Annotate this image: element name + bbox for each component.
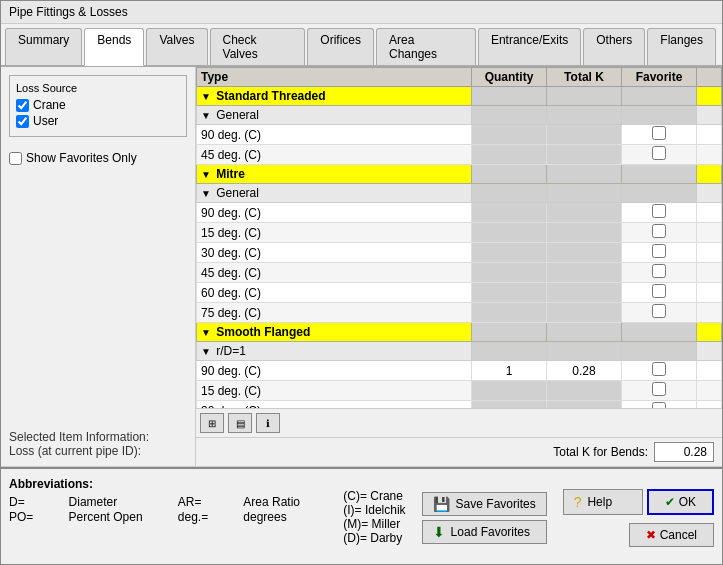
tab-entrance-exits[interactable]: Entrance/Exits: [478, 28, 581, 65]
abbrev-po-long: Percent Open: [69, 510, 170, 524]
category-label: Mitre: [216, 167, 245, 181]
abbrev-d-long: Diameter: [69, 495, 170, 509]
table-row: 30 deg. (C): [197, 243, 722, 263]
user-checkbox[interactable]: [16, 115, 29, 128]
help-icon: ?: [574, 494, 582, 510]
abbrev-po-short: PO=: [9, 510, 61, 524]
category-label: Smooth Flanged: [216, 325, 310, 339]
abbrev-ar-short: AR=: [178, 495, 236, 509]
expand-icon: ▼: [201, 188, 211, 199]
table-icon: ▤: [236, 418, 245, 429]
x-icon: ✖: [646, 528, 656, 542]
expand-icon: ▼: [201, 346, 211, 357]
total-k-value: 0.28: [654, 442, 714, 462]
tab-summary[interactable]: Summary: [5, 28, 82, 65]
main-content: Loss Source Crane User Show Favorites On…: [1, 67, 722, 467]
fav-checkbox[interactable]: [652, 244, 666, 258]
selected-info: Selected Item Information: Loss (at curr…: [9, 430, 187, 458]
subcategory-general-1[interactable]: ▼ General: [197, 106, 722, 125]
save-icon: 💾: [433, 496, 450, 512]
col-header-extra: [697, 68, 722, 87]
grid-icon: ⊞: [208, 418, 216, 429]
favorites-buttons-section: 💾 Save Favorites ⬇ Load Favorites: [414, 469, 555, 565]
tab-orifices[interactable]: Orifices: [307, 28, 374, 65]
save-favorites-button[interactable]: 💾 Save Favorites: [422, 492, 547, 516]
fav-checkbox[interactable]: [652, 146, 666, 160]
tab-check-valves[interactable]: Check Valves: [210, 28, 306, 65]
table-view-button[interactable]: ▤: [228, 413, 252, 433]
abbreviations-section: Abbreviations: D= Diameter AR= Area Rati…: [1, 469, 335, 565]
table-row: 75 deg. (C): [197, 303, 722, 323]
expand-icon: ▼: [201, 327, 211, 338]
code-darby: (D)= Darby: [343, 531, 405, 545]
table-row: 90 deg. (C): [197, 203, 722, 223]
left-panel: Loss Source Crane User Show Favorites On…: [1, 67, 196, 466]
fav-checkbox[interactable]: [652, 126, 666, 140]
abbrev-d-short: D=: [9, 495, 61, 509]
fav-checkbox[interactable]: [652, 264, 666, 278]
tab-bar: Summary Bends Valves Check Valves Orific…: [1, 24, 722, 67]
loss-source-group: Loss Source Crane User: [9, 75, 187, 137]
show-favorites-checkbox[interactable]: [9, 152, 22, 165]
table-container[interactable]: Type Quantity Total K Favorite ▼ Standar…: [196, 67, 722, 408]
col-header-totk: Total K: [547, 68, 622, 87]
fav-checkbox[interactable]: [652, 224, 666, 238]
subcategory-rd1[interactable]: ▼ r/D=1: [197, 342, 722, 361]
ok-cancel-section: ? Help ✔ OK ✖ Cancel: [555, 469, 722, 565]
info-button[interactable]: ℹ: [256, 413, 280, 433]
crane-label: Crane: [33, 98, 66, 112]
tab-valves[interactable]: Valves: [146, 28, 207, 65]
tab-flanges[interactable]: Flanges: [647, 28, 716, 65]
ok-button[interactable]: ✔ OK: [647, 489, 714, 515]
code-idelchik: (I)= Idelchik: [343, 503, 405, 517]
category-label: Standard Threaded: [216, 89, 325, 103]
code-miller: (M)= Miller: [343, 517, 405, 531]
tab-bends[interactable]: Bends: [84, 28, 144, 66]
right-panel: Type Quantity Total K Favorite ▼ Standar…: [196, 67, 722, 466]
loss-source-title: Loss Source: [16, 82, 180, 94]
fav-checkbox[interactable]: [652, 304, 666, 318]
col-header-qty: Quantity: [472, 68, 547, 87]
crane-checkbox[interactable]: [16, 99, 29, 112]
code-crane: (C)= Crane: [343, 489, 405, 503]
table-row: 30 deg. (C): [197, 401, 722, 409]
col-header-type: Type: [197, 68, 472, 87]
info-icon: ℹ: [266, 418, 270, 429]
abbrev-deg-long: degrees: [243, 510, 327, 524]
category-standard-threaded[interactable]: ▼ Standard Threaded: [197, 87, 722, 106]
check-icon: ✔: [665, 495, 675, 509]
fav-checkbox[interactable]: [652, 382, 666, 396]
bottom-panel: Abbreviations: D= Diameter AR= Area Rati…: [1, 467, 722, 565]
user-label: User: [33, 114, 58, 128]
show-favorites-label: Show Favorites Only: [26, 151, 137, 165]
table-row: 90 deg. (C) 1 0.28: [197, 361, 722, 381]
abbrev-deg-short: deg.=: [178, 510, 236, 524]
toolbar-icons-row: ⊞ ▤ ℹ: [196, 408, 722, 437]
table-row: 45 deg. (C): [197, 145, 722, 165]
load-favorites-button[interactable]: ⬇ Load Favorites: [422, 520, 547, 544]
category-mitre[interactable]: ▼ Mitre: [197, 165, 722, 184]
abbreviations-title: Abbreviations:: [9, 477, 327, 491]
codes-section: (C)= Crane (I)= Idelchik (M)= Miller (D)…: [335, 469, 413, 565]
cancel-button[interactable]: ✖ Cancel: [629, 523, 714, 547]
fav-checkbox[interactable]: [652, 284, 666, 298]
title-bar: Pipe Fittings & Losses: [1, 1, 722, 24]
table-row: 45 deg. (C): [197, 263, 722, 283]
expand-icon: ▼: [201, 91, 211, 102]
col-header-fav: Favorite: [622, 68, 697, 87]
tab-area-changes[interactable]: Area Changes: [376, 28, 476, 65]
table-row: 15 deg. (C): [197, 223, 722, 243]
abbrev-ar-long: Area Ratio: [243, 495, 327, 509]
fav-checkbox[interactable]: [652, 362, 666, 376]
grid-view-button[interactable]: ⊞: [200, 413, 224, 433]
table-row: 15 deg. (C): [197, 381, 722, 401]
window-title: Pipe Fittings & Losses: [9, 5, 128, 19]
total-k-row: Total K for Bends: 0.28: [196, 437, 722, 466]
category-smooth-flanged[interactable]: ▼ Smooth Flanged: [197, 323, 722, 342]
expand-icon: ▼: [201, 110, 211, 121]
expand-icon: ▼: [201, 169, 211, 180]
help-button[interactable]: ? Help: [563, 489, 643, 515]
tab-others[interactable]: Others: [583, 28, 645, 65]
fav-checkbox[interactable]: [652, 204, 666, 218]
subcategory-general-2[interactable]: ▼ General: [197, 184, 722, 203]
